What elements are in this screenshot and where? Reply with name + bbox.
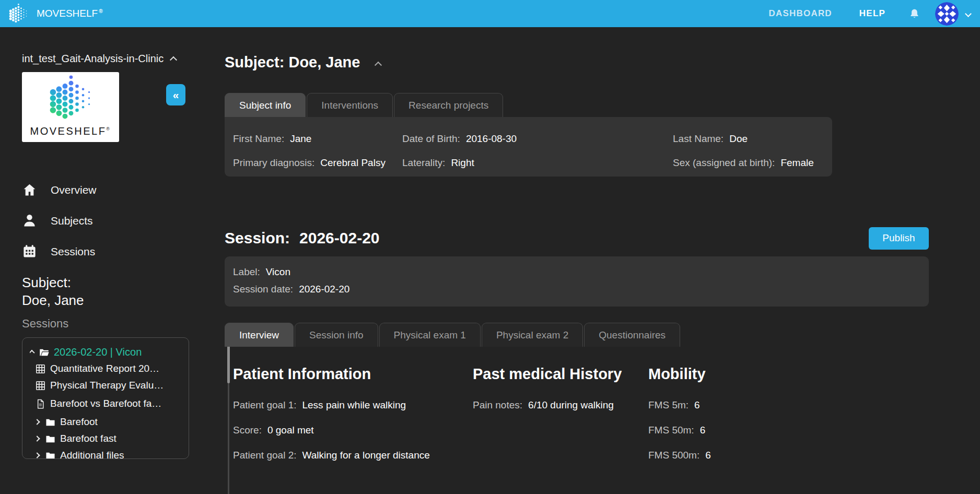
tab-physical-exam-2[interactable]: Physical exam 2 [482,323,583,347]
open-folder-icon [39,347,50,358]
folder-icon [45,417,56,428]
tree-item-quantitative-report[interactable]: Quantitative Report 20… [35,360,185,377]
tree-item-physical-therapy-evaluation[interactable]: Physical Therapy Evalu… [35,377,185,394]
avatar-identicon [935,2,959,26]
tab-interventions[interactable]: Interventions [307,93,393,117]
notifications-bell-icon[interactable] [908,8,920,20]
folder-icon [45,450,56,460]
top-nav: DASHBOARD HELP [769,2,971,26]
session-tabs: Interview Session info Physical exam 1 P… [225,323,929,347]
column-heading: Past medical History [473,366,648,382]
tab-research-projects[interactable]: Research projects [394,93,503,117]
subject-page-title: Subject: Doe, Jane [225,53,360,71]
field-laterality: Laterality:Right [402,157,673,169]
account-chevron-down-icon[interactable] [965,10,972,17]
top-bar: MOVESHELF® DASHBOARD HELP [0,0,980,27]
mobility-column: Mobility FMS 5m:6 FMS 50m:6 FMS 500m:6 [648,366,929,474]
tab-subject-info[interactable]: Subject info [225,93,306,117]
sidebar-item-sessions[interactable]: Sessions [22,236,225,267]
collapse-subject-chevron-icon[interactable] [375,62,382,69]
moveshelf-logo-color-icon [45,73,96,123]
tree-folder-barefoot-fast[interactable]: Barefoot fast [35,430,185,447]
field-date-of-birth: Date of Birth:2016-08-30 [402,133,673,145]
moveshelf-logo-icon [7,3,29,25]
tree-folder-barefoot[interactable]: Barefoot [35,414,185,430]
field-pain-notes: Pain notes:6/10 during walking [473,399,648,411]
field-session-label: Label:Vicon [233,263,920,280]
subject-tabs: Subject info Interventions Research proj… [225,93,929,117]
logo-wordmark: MOVESHELF® [30,123,111,137]
user-avatar[interactable] [935,2,959,26]
brand[interactable]: MOVESHELF® [7,3,103,25]
sidebar: int_test_Gait-Analysis-in-Clinic MOVESHE… [0,27,225,494]
past-medical-history-column: Past medical History Pain notes:6/10 dur… [473,366,648,474]
main-content: Subject: Doe, Jane Subject info Interven… [225,27,980,494]
patient-information-column: Patient Information Patient goal 1:Less … [233,366,473,474]
table-icon [35,380,46,391]
project-name: int_test_Gait-Analysis-in-Clinic [22,52,164,65]
field-sex-assigned-at-birth: Sex (assigned at birth):Female [673,157,824,169]
chevron-right-icon[interactable] [35,452,40,458]
field-primary-diagnosis: Primary diagnosis:Cerebral Palsy [233,157,402,169]
chevron-up-icon[interactable] [30,350,35,356]
sidebar-subject-heading: Subject: Doe, Jane [22,274,225,309]
field-patient-goal-1: Patient goal 1:Less pain while walking [233,399,431,411]
registered-mark: ® [99,8,102,14]
subject-title-row: Subject: Doe, Jane [225,53,929,71]
field-score: Score:0 goal met [233,424,431,437]
collapse-sidebar-button[interactable]: « [166,84,185,105]
sidebar-subject-name: Doe, Jane [22,291,225,309]
sidebar-item-subjects[interactable]: Subjects [22,205,225,236]
project-selector[interactable]: int_test_Gait-Analysis-in-Clinic [22,52,206,65]
sidebar-item-overview[interactable]: Overview [22,174,225,205]
nav-dashboard[interactable]: DASHBOARD [769,8,832,19]
calendar-icon [22,244,37,259]
person-icon [22,213,37,228]
publish-button[interactable]: Publish [869,227,929,250]
column-heading: Patient Information [233,366,473,382]
tab-physical-exam-1[interactable]: Physical exam 1 [379,323,481,347]
subject-info-panel: First Name:Jane Date of Birth:2016-08-30… [225,117,832,177]
chevron-right-icon[interactable] [35,419,40,425]
tree-folder-additional-files[interactable]: Additional files [35,447,185,459]
session-date-value: 2026-02-20 [299,229,379,246]
project-chevron-up-icon[interactable] [170,56,177,64]
sidebar-nav: Overview Subjects [22,174,225,267]
field-session-date: Session date:2026-02-20 [233,280,920,298]
nav-help[interactable]: HELP [859,8,885,19]
table-icon [35,363,46,374]
sessions-tree: 2026-02-20 | Vicon Quantitative Report 2… [22,337,189,459]
moveshelf-app: MOVESHELF® DASHBOARD HELP [0,0,980,494]
field-first-name: First Name:Jane [233,133,402,145]
tab-interview[interactable]: Interview [225,323,294,347]
field-fms-5m: FMS 5m:6 [648,399,847,411]
tab-questionnaires[interactable]: Questionnaires [584,323,680,347]
field-fms-500m: FMS 500m:6 [648,449,847,462]
page-body: int_test_Gait-Analysis-in-Clinic MOVESHE… [0,27,980,494]
brand-text: MOVESHELF® [37,8,103,19]
tab-session-info[interactable]: Session info [295,323,378,347]
session-header: Session:2026-02-20 Publish [225,227,929,250]
field-last-name: Last Name:Doe [673,133,824,145]
home-icon [22,182,37,197]
session-title: Session:2026-02-20 [225,229,380,247]
document-icon [35,398,46,409]
field-patient-goal-2: Patient goal 2:Walking for a longer dist… [233,449,431,462]
session-info-panel: Label:Vicon Session date:2026-02-20 [225,256,929,307]
column-heading: Mobility [648,366,929,382]
project-logo-card: MOVESHELF® [22,72,119,142]
field-fms-50m: FMS 50m:6 [648,424,847,437]
folder-icon [45,433,56,444]
chevron-right-icon[interactable] [35,436,40,441]
tree-item-barefoot-vs-barefoot-fast[interactable]: Barefoot vs Barefoot fa… [35,395,185,412]
interview-content: Patient Information Patient goal 1:Less … [225,366,929,474]
tree-session-2026-02-20-vicon[interactable]: 2026-02-20 | Vicon [30,344,185,360]
sessions-section-label: Sessions [22,317,225,331]
